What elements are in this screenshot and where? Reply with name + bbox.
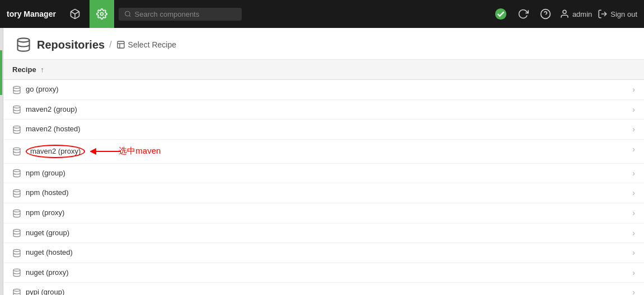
- svg-point-4: [495, 8, 506, 20]
- page-layout: Repositories / Select Recipe Recipe ↑: [0, 28, 644, 295]
- table-header-row: Recipe ↑: [3, 60, 644, 80]
- svg-line-3: [129, 15, 130, 16]
- svg-point-23: [13, 269, 20, 272]
- recipe-cell: npm (hosted)›: [3, 183, 644, 203]
- signout-label: Sign out: [610, 10, 637, 18]
- search-input[interactable]: [135, 10, 236, 18]
- recipe-cell: nuget (proxy)›: [3, 263, 644, 283]
- table-row[interactable]: nuget (proxy)›: [3, 263, 644, 283]
- main-content: Repositories / Select Recipe Recipe ↑: [3, 28, 644, 295]
- row-chevron-icon: ›: [632, 288, 635, 295]
- row-chevron-icon: ›: [632, 268, 635, 277]
- signout-icon: [598, 9, 608, 19]
- breadcrumb-sub: Select Recipe: [116, 40, 176, 49]
- recipe-cell: nuget (hosted)›: [3, 243, 644, 263]
- row-name: pypi (group): [26, 288, 64, 295]
- recipe-cell: maven2 (group)›: [3, 99, 644, 120]
- row-name: nuget (proxy): [26, 268, 69, 277]
- svg-rect-10: [117, 41, 124, 48]
- column-header-recipe[interactable]: Recipe ↑: [3, 60, 644, 80]
- highlighted-row-name: maven2 (proxy): [26, 145, 85, 158]
- row-chevron-icon: ›: [632, 169, 635, 178]
- row-name: npm (hosted): [26, 188, 69, 197]
- svg-point-2: [125, 11, 130, 16]
- row-chevron-icon: ›: [632, 188, 635, 197]
- svg-point-14: [13, 106, 20, 108]
- status-check-icon: [492, 6, 509, 22]
- db-row-icon: [12, 125, 21, 134]
- db-row-icon: [12, 268, 21, 277]
- recipe-cell: maven2 (proxy)选中maven›: [3, 139, 644, 163]
- svg-point-19: [13, 189, 20, 192]
- recipe-icon: [116, 40, 125, 49]
- row-chevron-icon: ›: [632, 85, 635, 94]
- search-icon: [124, 10, 131, 18]
- row-chevron-icon: ›: [632, 248, 635, 257]
- app-brand: tory Manager: [7, 9, 56, 18]
- sidebar-indicator: [0, 50, 2, 95]
- db-row-icon: [12, 189, 21, 198]
- breadcrumb-sub-text: Select Recipe: [128, 40, 176, 49]
- breadcrumb-title: Repositories: [37, 39, 105, 51]
- recipe-cell: npm (proxy)›: [3, 203, 644, 223]
- signout-btn[interactable]: Sign out: [598, 9, 637, 19]
- breadcrumb: Repositories / Select Recipe: [3, 28, 644, 60]
- db-row-icon: [12, 169, 21, 178]
- db-row-icon: [12, 85, 21, 94]
- recipe-cell: maven2 (hosted)›: [3, 120, 644, 140]
- row-chevron-icon: ›: [632, 125, 635, 134]
- user-info[interactable]: admin: [560, 9, 592, 19]
- db-row-icon: [12, 288, 21, 295]
- table-row[interactable]: pypi (group)›: [3, 283, 644, 295]
- svg-point-20: [13, 210, 20, 212]
- username-label: admin: [572, 10, 592, 18]
- svg-point-24: [13, 289, 20, 291]
- recipe-cell: go (proxy)›: [3, 80, 644, 100]
- row-chevron-icon: ›: [632, 208, 635, 217]
- svg-point-7: [563, 10, 566, 13]
- breadcrumb-separator: /: [109, 40, 111, 50]
- row-name: maven2 (hosted): [26, 125, 81, 133]
- table-row[interactable]: nuget (hosted)›: [3, 243, 644, 263]
- refresh-icon[interactable]: [515, 6, 532, 22]
- table-row[interactable]: maven2 (proxy)选中maven›: [3, 139, 644, 163]
- row-name: npm (proxy): [26, 208, 64, 217]
- sort-arrow-icon: ↑: [40, 65, 44, 74]
- recipe-table: Recipe ↑ go (proxy)› maven2 (group)› mav…: [3, 60, 644, 295]
- repositories-icon: [15, 36, 32, 54]
- svg-point-21: [13, 229, 20, 231]
- table-container: Recipe ↑ go (proxy)› maven2 (group)› mav…: [3, 60, 644, 295]
- svg-point-22: [13, 249, 20, 251]
- row-name: nuget (group): [26, 229, 69, 237]
- settings-nav-btn[interactable]: [90, 0, 114, 28]
- db-row-icon: [12, 229, 21, 237]
- db-row-icon: [12, 249, 21, 258]
- db-row-icon: [12, 209, 21, 218]
- top-navigation: tory Manager: [0, 0, 644, 28]
- user-icon: [560, 9, 570, 19]
- row-chevron-icon: ›: [632, 105, 635, 114]
- table-row[interactable]: npm (group)›: [3, 163, 644, 183]
- table-row[interactable]: npm (proxy)›: [3, 203, 644, 223]
- row-chevron-icon: ›: [632, 145, 635, 154]
- row-name: go (proxy): [26, 85, 59, 93]
- table-row[interactable]: npm (hosted)›: [3, 183, 644, 203]
- recipe-cell: npm (group)›: [3, 163, 644, 183]
- table-row[interactable]: go (proxy)›: [3, 80, 644, 100]
- table-row[interactable]: maven2 (hosted)›: [3, 120, 644, 140]
- row-chevron-icon: ›: [632, 229, 635, 237]
- help-icon[interactable]: [537, 6, 554, 22]
- svg-point-13: [13, 86, 20, 88]
- row-name: maven2 (group): [26, 105, 77, 113]
- search-bar[interactable]: [119, 8, 242, 21]
- recipe-cell: nuget (group)›: [3, 223, 644, 243]
- row-name: npm (group): [26, 169, 65, 177]
- svg-point-18: [13, 170, 20, 172]
- table-row[interactable]: nuget (group)›: [3, 223, 644, 243]
- svg-point-16: [13, 148, 20, 150]
- topnav-right: admin Sign out: [492, 6, 637, 22]
- svg-point-9: [18, 38, 30, 42]
- components-nav-btn[interactable]: [63, 0, 87, 28]
- db-row-icon: [12, 147, 21, 156]
- table-row[interactable]: maven2 (group)›: [3, 99, 644, 120]
